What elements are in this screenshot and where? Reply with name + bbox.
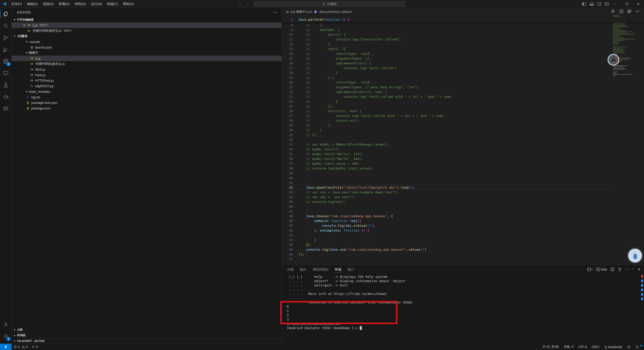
close-editor-icon[interactable]: ✕: [22, 24, 27, 27]
panel-tab-4[interactable]: 端口: [344, 265, 357, 274]
terminal-prompt[interactable]: [Android Emulator 5556::HookDemo ]->: [287, 326, 413, 330]
tree-root-folder[interactable]: ▼JS脚本: [12, 33, 281, 39]
terminal-tab-frida[interactable]: frida: [596, 268, 607, 271]
menu-item-6[interactable]: 终端(T): [104, 0, 120, 8]
more-actions-icon[interactable]: [273, 11, 277, 15]
tree-item[interactable]: JShook.js: [12, 72, 281, 78]
problems-status[interactable]: 0 0: [12, 344, 30, 350]
sticky-code-line[interactable]: 1Java.perform(function () {: [282, 17, 644, 22]
code-area[interactable]: 8 // },9 // methods: {10 // $init() {11 …: [282, 23, 611, 261]
close-panel-icon[interactable]: ✕: [638, 268, 640, 271]
code-line[interactable]: 57: [282, 257, 611, 261]
tree-item[interactable]: JS关键代码快速定位.js: [12, 61, 281, 67]
code-line[interactable]: 20 // returnType: 'void',: [282, 80, 611, 85]
tree-item[interactable]: ≡log.txt: [12, 94, 281, 100]
open-changes-icon[interactable]: [627, 9, 631, 13]
breadcrumb-path[interactable]: 嘟嘟牛\1.js\: [296, 10, 312, 14]
code-line[interactable]: 31 // });: [282, 133, 611, 137]
tree-item[interactable]: ▼node_modules: [12, 89, 281, 94]
code-line[interactable]: 9 // methods: {: [282, 27, 611, 32]
code-line[interactable]: 48 Java.choose("com.xiaojianbang.app.Sea…: [282, 214, 611, 218]
menu-item-0[interactable]: 文件(F): [9, 0, 24, 8]
code-line[interactable]: 42 Java.openClassFile("/data/local/tmp/p…: [282, 185, 611, 190]
code-line[interactable]: 27 // console.log("test2 called with " +…: [282, 113, 611, 118]
activity-item-explorer[interactable]: [0, 8, 12, 20]
breadcrumb[interactable]: JS 1.js 嘟嘟牛\1.js\ Java.perform() callbac…: [282, 8, 644, 16]
tree-item[interactable]: JSHTTPPost.js: [12, 78, 281, 83]
remote-indicator[interactable]: [0, 344, 12, 350]
panel-tab-1[interactable]: 输出: [297, 265, 309, 274]
activity-item-chat[interactable]: [0, 103, 12, 114]
panel-tab-0[interactable]: 问题: [284, 265, 297, 274]
tree-item[interactable]: PyhttpPOST.py: [12, 83, 281, 89]
activity-item-coffee-cup[interactable]: [0, 91, 12, 103]
sidebar-section-1[interactable]: ▼时间线: [12, 332, 281, 338]
panel-tab-3[interactable]: 终端: [332, 265, 344, 274]
floating-usb-button[interactable]: [628, 249, 642, 262]
activity-item-settings[interactable]: 1: [0, 330, 12, 342]
code-line[interactable]: 41: [282, 180, 611, 185]
code-line[interactable]: 18 // }: [282, 70, 611, 75]
tree-item[interactable]: JS1.js: [12, 56, 281, 61]
breadcrumb-symbol[interactable]: Java.perform() callback: [319, 10, 352, 14]
code-line[interactable]: 34 // myObj.test1();: [282, 147, 611, 152]
code-line[interactable]: 24 // }: [282, 99, 611, 104]
panel-more-actions-icon[interactable]: ⋯: [625, 268, 628, 271]
activity-item-search[interactable]: [0, 20, 12, 32]
code-line[interactable]: 49 onMatch: function (obj){: [282, 218, 611, 223]
command-center-search[interactable]: JS脚本: [254, 1, 406, 7]
code-line[interactable]: 43 // var use = Java.use("com.example.de…: [282, 190, 611, 195]
code-line[interactable]: 40: [282, 176, 611, 180]
code-line[interactable]: 12 // },: [282, 42, 611, 47]
menu-item-3[interactable]: 查看(V): [56, 0, 72, 8]
sidebar-section-0[interactable]: ▼大纲: [12, 327, 281, 332]
menu-item-5[interactable]: 运行(R): [88, 0, 104, 8]
kill-terminal-icon[interactable]: [618, 268, 622, 271]
code-line[interactable]: 39: [282, 171, 611, 176]
ports-status[interactable]: 0: [30, 344, 40, 350]
code-line[interactable]: 28 // return null;: [282, 118, 611, 123]
close-button[interactable]: ✕: [632, 0, 644, 8]
code-line[interactable]: 13 // test1: [{: [282, 47, 611, 51]
navigate-forward-icon[interactable]: →: [246, 2, 250, 6]
code-line[interactable]: 45 // console.log(obj);: [282, 199, 611, 204]
code-line[interactable]: 44 // var obj = use.test();: [282, 195, 611, 199]
code-line[interactable]: 11 // console.log("Constructor called"): [282, 37, 611, 42]
tree-item[interactable]: {}package-lock.json: [12, 100, 281, 105]
code-line[interactable]: 26 // test2(str, num) {: [282, 109, 611, 113]
code-line[interactable]: 32: [282, 137, 611, 142]
toggle-sidebar-icon[interactable]: [582, 2, 586, 6]
encoding-status[interactable]: UTF-8: [576, 345, 589, 349]
tree-item[interactable]: ▼嘟嘟牛: [12, 50, 281, 56]
code-line[interactable]: 22 // implementation(str, num) {: [282, 90, 611, 94]
code-line[interactable]: 36 // myObj.test2("World", 456);: [282, 156, 611, 161]
open-editor-item[interactable]: ✕JS1.js嘟嘟牛: [12, 22, 281, 28]
floating-assistant-button[interactable]: [608, 54, 619, 66]
toggle-panel-icon[interactable]: [590, 2, 594, 6]
code-line[interactable]: 54 }): [282, 242, 611, 247]
restore-button[interactable]: ❐: [621, 0, 632, 8]
minimap[interactable]: [613, 15, 636, 78]
new-terminal-dropdown[interactable]: ▾: [587, 268, 593, 271]
breadcrumb-file[interactable]: 1.js: [290, 10, 295, 14]
code-line[interactable]: 56});: [282, 252, 611, 257]
code-line[interactable]: 37 // myObj.limit.value = 100;: [282, 161, 611, 166]
menu-item-2[interactable]: 选择(S): [40, 0, 56, 8]
menu-item-7[interactable]: 帮助(H): [120, 0, 136, 8]
open-editors-header[interactable]: ▼ 打开的编辑器: [12, 17, 281, 22]
code-line[interactable]: 10 // $init() {: [282, 32, 611, 37]
menu-item-1[interactable]: 编辑(E): [24, 0, 40, 8]
editor-group[interactable]: JS 1.js 嘟嘟牛\1.js\ Java.perform() callbac…: [282, 8, 644, 265]
code-line[interactable]: 53 }: [282, 238, 611, 242]
code-line[interactable]: 16 // implementation() {: [282, 61, 611, 66]
customize-layout-icon[interactable]: [605, 2, 609, 6]
code-line[interactable]: 21 // argumentTypes: ["java.lang.String"…: [282, 85, 611, 90]
activity-item-source-control[interactable]: [0, 32, 12, 43]
code-line[interactable]: 25 // }],: [282, 104, 611, 109]
toggle-secondary-sidebar-icon[interactable]: [597, 2, 601, 6]
open-editor-item[interactable]: JS关键代码快速定位.js嘟嘟牛: [12, 28, 281, 33]
code-line[interactable]: 35 // myObj.test1("Hello", 123);: [282, 152, 611, 156]
eol-status[interactable]: CRLF: [589, 345, 602, 349]
code-line[interactable]: 30 // }: [282, 128, 611, 133]
menu-item-4[interactable]: 转到(G): [72, 0, 89, 8]
